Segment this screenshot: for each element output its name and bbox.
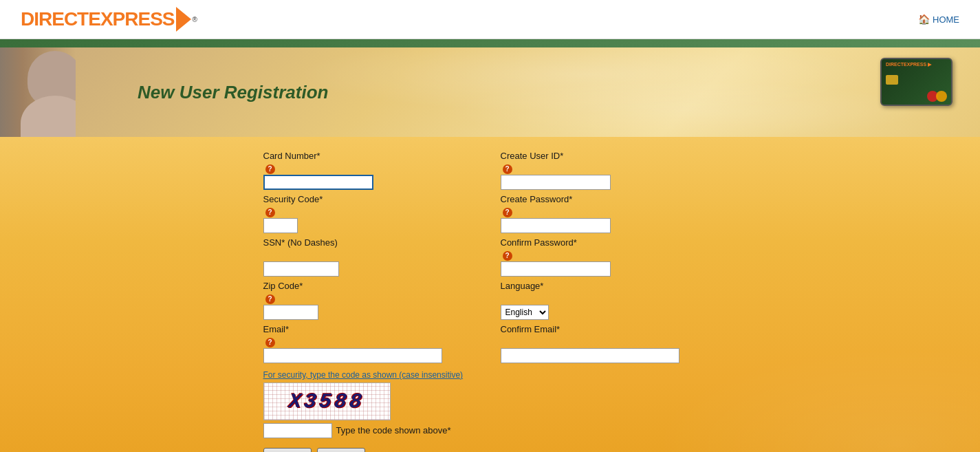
confirm-password-label: Confirm Password* — [501, 237, 717, 248]
captcha-type-label: Type the code shown above* — [336, 425, 451, 435]
captcha-section: For security, type the code as shown (ca… — [263, 370, 480, 438]
zip-code-group: Zip Code* ? — [263, 281, 480, 320]
ssn-label: SSN* (No Dashes) — [263, 237, 480, 248]
ssn-input[interactable] — [263, 261, 339, 277]
confirm-email-input[interactable] — [501, 348, 679, 363]
captcha-input[interactable] — [263, 423, 332, 438]
header: DIRECTEXPRESS ® 🏠 HOME — [0, 0, 980, 39]
captcha-instruction-link[interactable]: For security, type the code as shown (ca… — [263, 370, 480, 380]
left-column: Card Number* ? Security Code* ? SSN* (No… — [263, 151, 480, 452]
email-input[interactable] — [263, 348, 442, 363]
banner-title: New User Registration — [138, 82, 328, 103]
mastercard-right-circle — [936, 91, 947, 102]
create-user-id-label: Create User ID* — [501, 151, 717, 161]
confirm-email-label: Confirm Email* — [501, 324, 717, 334]
language-select[interactable]: English Spanish — [501, 305, 549, 320]
confirm-email-group: Confirm Email* — [501, 324, 717, 363]
email-group: Email* ? — [263, 324, 480, 363]
form-container: Card Number* ? Security Code* ? SSN* (No… — [250, 151, 731, 452]
create-password-input[interactable] — [501, 218, 611, 233]
home-link[interactable]: 🏠 HOME — [918, 14, 959, 25]
create-password-label: Create Password* — [501, 194, 717, 204]
logo-direct: DIRECT — [21, 8, 88, 30]
banner: New User Registration DIRECTEXPRESS ▶ — [0, 47, 980, 137]
home-icon: 🏠 — [918, 14, 930, 25]
security-code-label: Security Code* — [263, 194, 480, 204]
confirm-password-input[interactable] — [501, 261, 611, 277]
form-grid: Card Number* ? Security Code* ? SSN* (No… — [263, 151, 717, 452]
captcha-code-text: X3588 — [287, 390, 365, 413]
zip-code-input[interactable] — [263, 305, 318, 320]
create-user-id-input[interactable] — [501, 175, 611, 190]
language-group: Language* English Spanish — [501, 281, 717, 320]
button-row: Submit Cancel — [263, 448, 480, 452]
card-logo: DIRECTEXPRESS ▶ — [886, 62, 947, 67]
logo-registered: ® — [193, 16, 197, 23]
banner-card: DIRECTEXPRESS ▶ — [880, 58, 952, 106]
create-user-id-group: Create User ID* ? — [501, 151, 717, 190]
main-area: Card Number* ? Security Code* ? SSN* (No… — [0, 137, 980, 452]
card-number-group: Card Number* ? — [263, 151, 480, 190]
card-number-label: Card Number* — [263, 151, 480, 161]
home-label: HOME — [933, 14, 959, 25]
zip-code-help-icon[interactable]: ? — [265, 294, 275, 304]
ssn-group: SSN* (No Dashes) — [263, 237, 480, 277]
security-code-help-icon[interactable]: ? — [265, 208, 275, 217]
language-label: Language* — [501, 281, 717, 291]
logo-express: EXPRESS — [88, 8, 174, 30]
right-column: Create User ID* ? Create Password* ? Con… — [501, 151, 717, 452]
card-bottom — [886, 91, 947, 102]
card-number-input[interactable] — [263, 175, 373, 190]
create-user-id-help-icon[interactable]: ? — [503, 164, 512, 174]
confirm-password-group: Confirm Password* ? — [501, 237, 717, 277]
zip-code-label: Zip Code* — [263, 281, 480, 291]
email-label: Email* — [263, 324, 480, 334]
security-code-group: Security Code* ? — [263, 194, 480, 233]
confirm-password-help-icon[interactable]: ? — [503, 251, 512, 261]
email-help-icon[interactable]: ? — [265, 338, 275, 347]
green-bar — [0, 39, 980, 47]
card-number-help-icon[interactable]: ? — [265, 164, 275, 174]
captcha-row: X3588 — [263, 383, 480, 420]
card-chip — [886, 75, 898, 85]
create-password-group: Create Password* ? — [501, 194, 717, 233]
captcha-image: X3588 — [263, 383, 391, 420]
logo-area: DIRECTEXPRESS ® — [21, 7, 197, 32]
cancel-button[interactable]: Cancel — [317, 448, 365, 452]
create-password-help-icon[interactable]: ? — [503, 208, 512, 217]
logo-arrow-icon — [176, 7, 191, 32]
captcha-input-row: Type the code shown above* — [263, 423, 480, 438]
submit-button[interactable]: Submit — [263, 448, 312, 452]
security-code-input[interactable] — [263, 218, 298, 233]
